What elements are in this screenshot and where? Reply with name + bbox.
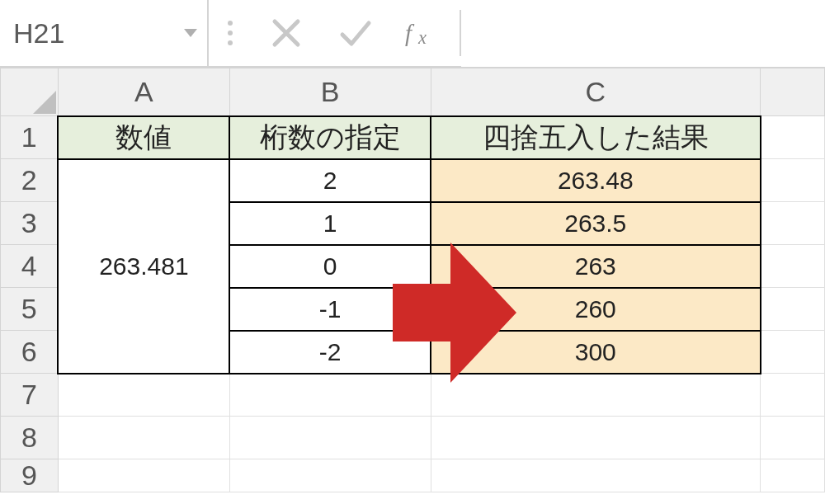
- chevron-down-icon[interactable]: [184, 29, 197, 37]
- column-header-C[interactable]: C: [431, 68, 761, 116]
- cell-C7[interactable]: [431, 374, 761, 417]
- svg-text:x: x: [417, 27, 427, 48]
- cell-A8[interactable]: [58, 417, 229, 459]
- cell-B6[interactable]: -2: [229, 331, 431, 374]
- row-header-8[interactable]: 8: [1, 417, 59, 459]
- cell-C9[interactable]: [431, 459, 761, 492]
- cell-C5[interactable]: 260: [431, 288, 761, 331]
- cells-table: A B C 1 数値 桁数の指定 四捨五入した結果 2 263.481 2 26…: [0, 68, 825, 492]
- cell-C6[interactable]: 300: [431, 331, 761, 374]
- x-icon: [270, 16, 303, 49]
- row-header-6[interactable]: 6: [1, 331, 59, 374]
- enter-button[interactable]: [321, 0, 390, 67]
- row-header-3[interactable]: 3: [1, 202, 59, 245]
- cell-C2[interactable]: 263.48: [431, 159, 761, 202]
- spreadsheet-grid: A B C 1 数値 桁数の指定 四捨五入した結果 2 263.481 2 26…: [0, 68, 825, 492]
- row-header-1[interactable]: 1: [1, 116, 59, 159]
- cell-B2[interactable]: 2: [229, 159, 431, 202]
- vertical-dots-icon: [209, 0, 252, 67]
- row-header-7[interactable]: 7: [1, 374, 59, 417]
- insert-function-button[interactable]: f x: [390, 0, 460, 67]
- column-header-A[interactable]: A: [58, 68, 229, 116]
- cell-D7[interactable]: [761, 374, 825, 417]
- cell-B1[interactable]: 桁数の指定: [229, 116, 431, 159]
- row-header-4[interactable]: 4: [1, 245, 59, 288]
- cell-D6[interactable]: [761, 331, 825, 374]
- cell-A1[interactable]: 数値: [58, 116, 229, 159]
- cell-D2[interactable]: [761, 159, 825, 202]
- cell-D8[interactable]: [761, 417, 825, 459]
- cell-C1[interactable]: 四捨五入した結果: [431, 116, 761, 159]
- cell-B3[interactable]: 1: [229, 202, 431, 245]
- cell-B5[interactable]: -1: [229, 288, 431, 331]
- cell-B4[interactable]: 0: [229, 245, 431, 288]
- row-header-9[interactable]: 9: [1, 459, 59, 492]
- row-header-5[interactable]: 5: [1, 288, 59, 331]
- svg-text:f: f: [405, 20, 415, 46]
- cell-A7[interactable]: [58, 374, 229, 417]
- cell-B9[interactable]: [229, 459, 431, 492]
- formula-bar-buttons: f x: [252, 0, 460, 67]
- cell-A9[interactable]: [58, 459, 229, 492]
- name-box[interactable]: H21: [0, 0, 209, 67]
- cancel-button[interactable]: [252, 0, 321, 67]
- check-icon: [339, 16, 372, 49]
- cell-D3[interactable]: [761, 202, 825, 245]
- cell-D1[interactable]: [761, 116, 825, 159]
- cell-C4[interactable]: 263: [431, 245, 761, 288]
- cell-A-merged[interactable]: 263.481: [58, 159, 229, 374]
- column-header-next[interactable]: [761, 68, 825, 116]
- select-all-corner[interactable]: [1, 68, 59, 116]
- row-header-2[interactable]: 2: [1, 159, 59, 202]
- name-box-value: H21: [13, 17, 64, 49]
- cell-B7[interactable]: [229, 374, 431, 417]
- cell-C8[interactable]: [431, 417, 761, 459]
- formula-input[interactable]: [461, 0, 825, 67]
- cell-D5[interactable]: [761, 288, 825, 331]
- column-header-B[interactable]: B: [229, 68, 431, 116]
- fx-icon: f x: [405, 16, 445, 49]
- cell-D4[interactable]: [761, 245, 825, 288]
- formula-bar: H21 f x: [0, 0, 825, 68]
- cell-C3[interactable]: 263.5: [431, 202, 761, 245]
- cell-B8[interactable]: [229, 417, 431, 459]
- cell-D9[interactable]: [761, 459, 825, 492]
